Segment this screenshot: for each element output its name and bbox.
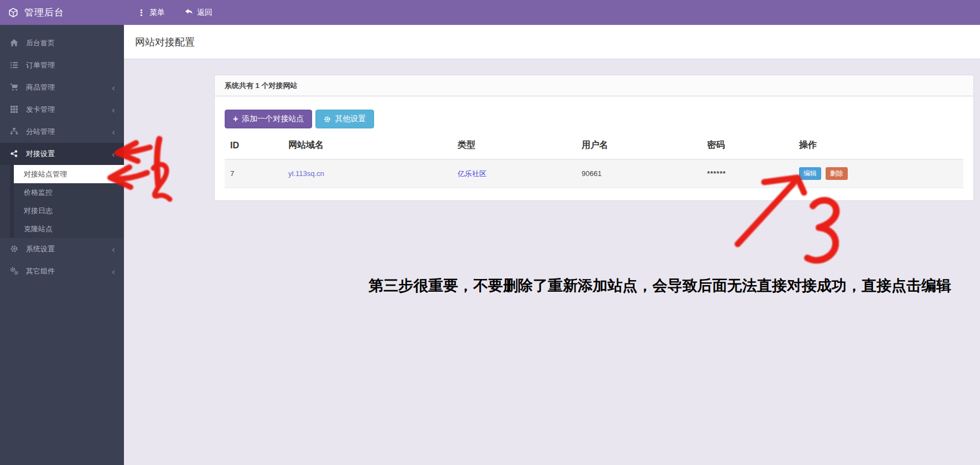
chevron-left-icon: [112, 267, 115, 276]
sitemap-icon: [10, 127, 19, 136]
submenu-item-docking-site-management[interactable]: 对接站点管理: [14, 165, 124, 183]
column-header-username: 用户名: [576, 133, 702, 159]
column-header-domain: 网站域名: [283, 133, 452, 159]
column-header-id: ID: [225, 133, 283, 159]
table-row: 7 yl.113sq.cn 亿乐社区 90661 ****** 编辑 删除: [225, 159, 963, 188]
menu-label: 菜单: [149, 8, 165, 18]
page-title: 网站对接配置: [135, 35, 195, 49]
cart-icon: [10, 83, 19, 92]
other-button-label: 其他设置: [335, 114, 366, 124]
submenu-item-price-monitor[interactable]: 价格监控: [0, 183, 124, 202]
docking-settings-submenu: 对接站点管理 价格监控 对接日志 克隆站点: [0, 165, 124, 238]
submenu-item-docking-log[interactable]: 对接日志: [0, 202, 124, 220]
column-header-password: 密码: [702, 133, 794, 159]
sidebar-item-home[interactable]: 后台首页: [0, 32, 124, 54]
cell-id: 7: [225, 159, 283, 188]
app-title: 管理后台: [24, 6, 64, 19]
docking-sites-panel: 系统共有 1 个对接网站 添加一个对接站点 其他设置: [214, 75, 974, 201]
chevron-left-icon: [112, 105, 115, 115]
sidebar-item-label: 订单管理: [26, 60, 115, 70]
ellipsis-v-icon: [137, 8, 146, 18]
column-header-type: 类型: [452, 133, 576, 159]
chevron-left-icon: [112, 127, 115, 137]
add-button-label: 添加一个对接站点: [242, 114, 304, 124]
cell-password: ******: [707, 170, 726, 178]
edit-button[interactable]: 编辑: [799, 167, 821, 180]
other-settings-button[interactable]: 其他设置: [315, 110, 374, 128]
topbar: 管理后台 菜单 返回: [0, 0, 980, 25]
chevron-left-icon: [112, 245, 115, 254]
back-button[interactable]: 返回: [185, 8, 212, 18]
chevron-left-icon: [112, 83, 115, 92]
table-header-row: ID 网站域名 类型 用户名 密码 操作: [225, 133, 963, 159]
delete-button[interactable]: 删除: [826, 167, 848, 180]
back-label: 返回: [197, 8, 212, 18]
sidebar-item-label: 分站管理: [26, 127, 112, 137]
sidebar-item-label: 系统设置: [26, 244, 112, 254]
column-header-actions: 操作: [794, 133, 963, 159]
sidebar-item-products[interactable]: 商品管理: [0, 76, 124, 99]
cell-username: 90661: [576, 159, 702, 188]
sidebar-item-system-settings[interactable]: 系统设置: [0, 238, 124, 260]
menu-button[interactable]: 菜单: [137, 8, 165, 18]
share-nodes-icon: [10, 149, 19, 158]
list-icon: [10, 61, 19, 70]
app-brand: 管理后台: [0, 6, 124, 19]
gears-icon: [10, 267, 19, 276]
home-icon: [10, 39, 19, 48]
sidebar-item-label: 对接设置: [26, 149, 112, 159]
reply-icon: [185, 8, 193, 18]
sidebar-item-label: 后台首页: [26, 38, 115, 48]
chevron-left-icon: [112, 149, 115, 159]
main-area: 网站对接配置 系统共有 1 个对接网站 添加一个对接站点 其他设置: [124, 25, 980, 465]
type-link[interactable]: 亿乐社区: [458, 169, 486, 178]
gear-icon: [10, 245, 19, 254]
page-header: 网站对接配置: [124, 25, 980, 59]
gear-icon: [324, 116, 331, 123]
cube-logo-icon: [8, 8, 18, 18]
sidebar-item-cards[interactable]: 发卡管理: [0, 99, 124, 121]
grid-icon: [10, 105, 19, 114]
sidebar-item-orders[interactable]: 订单管理: [0, 54, 124, 76]
panel-header: 系统共有 1 个对接网站: [215, 75, 973, 96]
docking-sites-table: ID 网站域名 类型 用户名 密码 操作 7 yl.113sq.cn 亿乐社区: [225, 133, 963, 188]
sidebar-item-substations[interactable]: 分站管理: [0, 121, 124, 143]
sidebar-item-other-components[interactable]: 其它组件: [0, 260, 124, 282]
sidebar-item-label: 其它组件: [26, 266, 112, 276]
sidebar-item-label: 商品管理: [26, 82, 112, 92]
plus-icon: [233, 114, 238, 124]
sidebar: 后台首页 订单管理 商品管理 发卡管理 分站管理 对接设置 对接站点管理: [0, 25, 124, 465]
sidebar-item-label: 发卡管理: [26, 105, 112, 115]
submenu-item-clone-site[interactable]: 克隆站点: [0, 220, 124, 238]
content-area: 系统共有 1 个对接网站 添加一个对接站点 其他设置: [124, 59, 980, 464]
sidebar-item-docking-settings[interactable]: 对接设置: [0, 143, 124, 165]
domain-link[interactable]: yl.113sq.cn: [288, 169, 324, 178]
add-docking-site-button[interactable]: 添加一个对接站点: [225, 110, 312, 128]
